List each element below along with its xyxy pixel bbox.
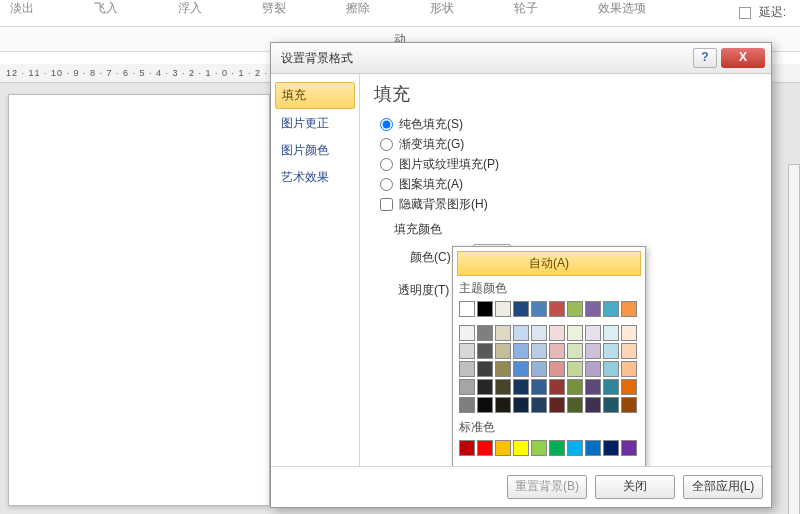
color-swatch[interactable] <box>531 343 547 359</box>
reset-background-button[interactable]: 重置背景(B) <box>507 475 587 499</box>
color-swatch[interactable] <box>567 397 583 413</box>
color-swatch[interactable] <box>603 397 619 413</box>
color-swatch[interactable] <box>513 379 529 395</box>
radio-pattern-fill[interactable]: 图案填充(A) <box>380 176 757 193</box>
more-colors-option[interactable]: 其他颜色(M)… <box>457 462 641 466</box>
ribbon-item[interactable]: 淡出 <box>10 0 34 17</box>
color-swatch[interactable] <box>567 325 583 341</box>
color-swatch[interactable] <box>531 301 547 317</box>
color-swatch[interactable] <box>513 397 529 413</box>
color-swatch[interactable] <box>495 325 511 341</box>
color-swatch[interactable] <box>603 343 619 359</box>
color-swatch[interactable] <box>477 397 493 413</box>
color-swatch[interactable] <box>567 440 583 456</box>
color-swatch[interactable] <box>585 379 601 395</box>
color-swatch[interactable] <box>513 440 529 456</box>
color-auto-option[interactable]: 自动(A) <box>457 251 641 276</box>
color-swatch[interactable] <box>603 301 619 317</box>
color-swatch[interactable] <box>495 397 511 413</box>
color-swatch[interactable] <box>621 379 637 395</box>
color-swatch[interactable] <box>531 325 547 341</box>
color-swatch[interactable] <box>549 301 565 317</box>
color-swatch[interactable] <box>621 440 637 456</box>
color-swatch[interactable] <box>585 343 601 359</box>
ribbon-item[interactable]: 效果选项 <box>598 0 646 17</box>
color-swatch[interactable] <box>513 325 529 341</box>
color-swatch[interactable] <box>459 301 475 317</box>
help-button[interactable]: ? <box>693 48 717 68</box>
sidebar-item-fill[interactable]: 填充 <box>275 82 355 109</box>
color-swatch[interactable] <box>459 325 475 341</box>
color-swatch[interactable] <box>621 361 637 377</box>
sidebar-item-picture-corrections[interactable]: 图片更正 <box>275 111 355 136</box>
color-swatch[interactable] <box>477 325 493 341</box>
color-swatch[interactable] <box>459 361 475 377</box>
ribbon-item[interactable]: 劈裂 <box>262 0 286 17</box>
color-swatch[interactable] <box>549 361 565 377</box>
checkbox-hide-input[interactable] <box>380 198 393 211</box>
color-swatch[interactable] <box>567 361 583 377</box>
color-swatch[interactable] <box>585 361 601 377</box>
color-swatch[interactable] <box>567 343 583 359</box>
color-swatch[interactable] <box>477 361 493 377</box>
color-swatch[interactable] <box>621 325 637 341</box>
sidebar-item-artistic-effects[interactable]: 艺术效果 <box>275 165 355 190</box>
color-swatch[interactable] <box>531 379 547 395</box>
color-swatch[interactable] <box>603 361 619 377</box>
close-button[interactable]: X <box>721 48 765 68</box>
checkbox-hide-bg-graphics[interactable]: 隐藏背景图形(H) <box>380 196 757 213</box>
color-swatch[interactable] <box>621 343 637 359</box>
color-swatch[interactable] <box>567 301 583 317</box>
color-swatch[interactable] <box>603 325 619 341</box>
color-swatch[interactable] <box>549 440 565 456</box>
color-swatch[interactable] <box>603 440 619 456</box>
color-swatch[interactable] <box>495 440 511 456</box>
color-swatch[interactable] <box>477 343 493 359</box>
ribbon-item[interactable]: 飞入 <box>94 0 118 17</box>
color-swatch[interactable] <box>477 301 493 317</box>
color-swatch[interactable] <box>549 325 565 341</box>
color-swatch[interactable] <box>621 301 637 317</box>
color-swatch[interactable] <box>603 379 619 395</box>
color-swatch[interactable] <box>495 301 511 317</box>
color-swatch[interactable] <box>459 440 475 456</box>
ribbon-item[interactable]: 擦除 <box>346 0 370 17</box>
color-swatch[interactable] <box>459 397 475 413</box>
color-swatch[interactable] <box>477 379 493 395</box>
color-swatch[interactable] <box>549 379 565 395</box>
color-swatch[interactable] <box>513 301 529 317</box>
radio-solid-input[interactable] <box>380 118 393 131</box>
dialog-titlebar[interactable]: 设置背景格式 ? X <box>271 43 771 74</box>
radio-gradient-input[interactable] <box>380 138 393 151</box>
radio-solid-fill[interactable]: 纯色填充(S) <box>380 116 757 133</box>
color-swatch[interactable] <box>585 325 601 341</box>
radio-picture-input[interactable] <box>380 158 393 171</box>
color-swatch[interactable] <box>585 397 601 413</box>
color-swatch[interactable] <box>621 397 637 413</box>
slide-page[interactable] <box>8 94 270 506</box>
color-swatch[interactable] <box>459 379 475 395</box>
color-swatch[interactable] <box>531 361 547 377</box>
color-swatch[interactable] <box>531 440 547 456</box>
color-swatch[interactable] <box>585 440 601 456</box>
ribbon-item[interactable]: 轮子 <box>514 0 538 17</box>
color-swatch[interactable] <box>585 301 601 317</box>
color-swatch[interactable] <box>495 343 511 359</box>
color-swatch[interactable] <box>477 440 493 456</box>
color-swatch[interactable] <box>567 379 583 395</box>
color-swatch[interactable] <box>531 397 547 413</box>
color-swatch[interactable] <box>549 397 565 413</box>
radio-gradient-fill[interactable]: 渐变填充(G) <box>380 136 757 153</box>
ribbon-item[interactable]: 浮入 <box>178 0 202 17</box>
apply-all-button[interactable]: 全部应用(L) <box>683 475 763 499</box>
color-swatch[interactable] <box>549 343 565 359</box>
sidebar-item-picture-color[interactable]: 图片颜色 <box>275 138 355 163</box>
color-swatch[interactable] <box>513 343 529 359</box>
close-dialog-button[interactable]: 关闭 <box>595 475 675 499</box>
task-pane-edge[interactable] <box>788 164 800 514</box>
radio-pattern-input[interactable] <box>380 178 393 191</box>
radio-picture-fill[interactable]: 图片或纹理填充(P) <box>380 156 757 173</box>
color-swatch[interactable] <box>459 343 475 359</box>
color-swatch[interactable] <box>495 361 511 377</box>
color-swatch[interactable] <box>495 379 511 395</box>
